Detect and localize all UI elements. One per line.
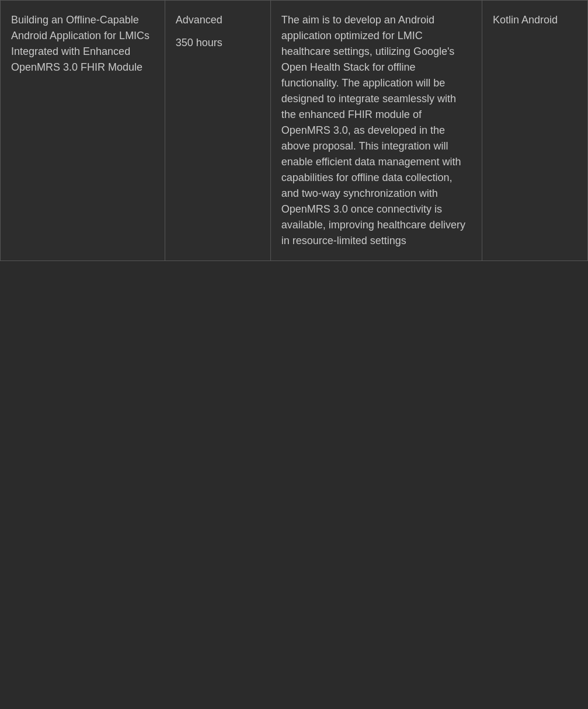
main-table: Building an Offline-Capable Android Appl… [0, 0, 588, 261]
project-title: Building an Offline-Capable Android Appl… [11, 14, 149, 73]
description-cell: The aim is to develop an Android applica… [270, 1, 482, 261]
project-title-cell: Building an Offline-Capable Android Appl… [1, 1, 165, 261]
hours-value: 350 hours [176, 35, 260, 51]
level-cell: Advanced 350 hours [165, 1, 270, 261]
difficulty-level: Advanced [176, 12, 260, 28]
technology-cell: Kotlin Android [482, 1, 587, 261]
technology-stack: Kotlin Android [493, 14, 558, 26]
table-row: Building an Offline-Capable Android Appl… [1, 1, 588, 261]
project-description: The aim is to develop an Android applica… [281, 14, 465, 246]
